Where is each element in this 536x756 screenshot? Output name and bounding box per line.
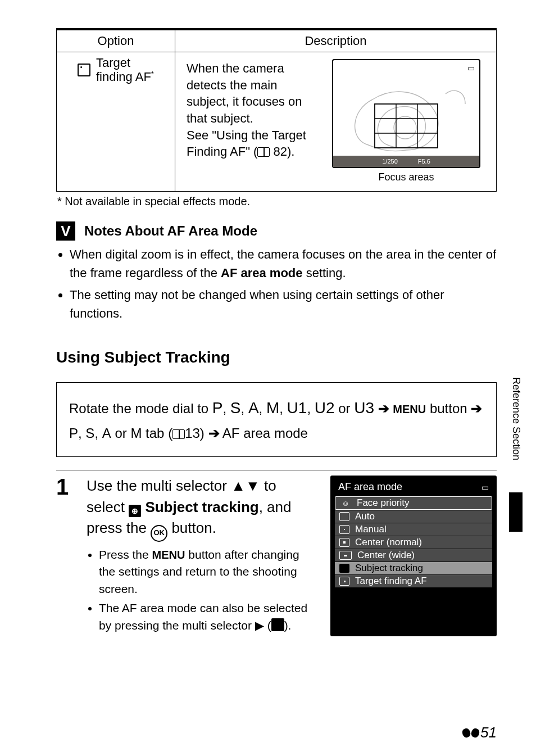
step-1: 1 Use the multi selector ▲▼ to select ⊕ … <box>56 470 497 636</box>
menu-item-label: Face priority <box>357 497 410 509</box>
arrow-icon: ➔ <box>208 425 220 441</box>
menu-item[interactable]: ⊕Subject tracking <box>335 562 492 574</box>
notes-list: When digital zoom is in effect, the came… <box>56 245 497 323</box>
book-icon <box>257 147 270 157</box>
description-cell: When the camera detects the main subject… <box>175 52 497 192</box>
page-number: 51 <box>462 724 497 741</box>
caution-icon: V <box>56 221 75 241</box>
fstop-value: F5.6 <box>418 158 430 165</box>
menu-item-label: Center (wide) <box>357 550 415 561</box>
svg-rect-1 <box>375 104 438 148</box>
step-number: 1 <box>56 476 73 636</box>
option-sup: * <box>151 70 154 78</box>
menu-item-label: Target finding AF <box>355 576 427 587</box>
menu-item[interactable]: Auto <box>335 510 492 523</box>
note-item: When digital zoom is in effect, the came… <box>70 245 497 282</box>
shutter-value: 1/250 <box>382 158 398 165</box>
target-finding-icon <box>78 64 90 76</box>
arrow-icon: ➔ <box>471 401 482 416</box>
desc-line1: When the camera detects the main subject… <box>187 61 302 125</box>
subject-tracking-heading: Using Subject Tracking <box>56 348 497 366</box>
book-icon <box>172 429 185 439</box>
menu-item[interactable]: Center (normal) <box>335 536 492 549</box>
up-down-icon: ▲▼ <box>231 477 260 494</box>
af-option-table: Option Description Target finding AF* <box>56 28 497 192</box>
arrow-icon: ➔ <box>378 401 393 416</box>
section-tab-marker <box>509 492 523 532</box>
note-item: The setting may not be changed when usin… <box>70 286 497 323</box>
option-label-1: Target <box>96 56 130 70</box>
menu-panel-title: AF area mode <box>338 481 402 493</box>
col-option: Option <box>57 29 175 52</box>
svg-point-0 <box>394 116 416 139</box>
footnote: * Not available in special effects mode. <box>57 195 497 208</box>
col-description: Description <box>175 29 497 52</box>
ok-button-icon: OK <box>151 525 167 542</box>
option-cell: Target finding AF* <box>57 52 175 192</box>
menu-item-label: Auto <box>355 511 375 522</box>
menu-item-label: Manual <box>355 524 387 535</box>
section-tab: Reference Section <box>509 348 523 489</box>
menu-item[interactable]: ☺Face priority <box>335 496 492 510</box>
sd-card-icon: ▭ <box>467 64 475 73</box>
page-ornament-icon <box>462 727 471 739</box>
menu-label: MENU <box>393 403 426 415</box>
option-label-2: finding AF <box>96 70 151 84</box>
notes-title: Notes About AF Area Mode <box>84 223 257 239</box>
menu-item[interactable]: Manual <box>335 523 492 536</box>
af-area-mode-menu: AF area mode ▭ ☺Face priorityAutoManualC… <box>330 476 497 636</box>
navigation-box: Rotate the mode dial to P, S, A, M, U1, … <box>56 382 497 457</box>
menu-item[interactable]: Target finding AF <box>335 575 492 587</box>
step-bullet: The AF area mode can also be selected by… <box>99 600 317 634</box>
focus-areas-caption: Focus areas <box>328 171 485 183</box>
menu-item-label: Center (normal) <box>355 537 422 548</box>
right-icon: ▶ <box>255 619 264 632</box>
sd-card-icon: ▭ <box>482 483 489 492</box>
subject-tracking-icon: ⊕ <box>129 505 141 517</box>
desc-line2b: 82). <box>270 144 294 159</box>
step-bullet: Press the MENU button after changing the… <box>99 546 317 597</box>
menu-item[interactable]: Center (wide) <box>335 549 492 562</box>
page-ornament-icon <box>471 727 480 739</box>
lcd-illustration: ▭ <box>332 59 480 168</box>
menu-item-label: Subject tracking <box>355 563 423 574</box>
af-target-icon <box>271 618 284 631</box>
